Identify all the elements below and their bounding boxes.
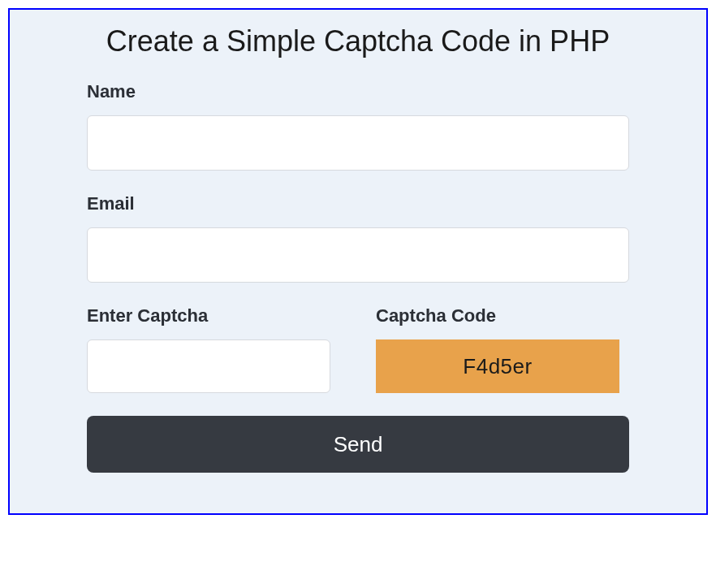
name-input[interactable] [87, 115, 629, 171]
enter-captcha-group: Enter Captcha [87, 305, 330, 393]
form-container: Create a Simple Captcha Code in PHP Name… [8, 8, 708, 515]
enter-captcha-label: Enter Captcha [87, 305, 330, 326]
captcha-code-group: Captcha Code F4d5er [376, 305, 619, 393]
captcha-row: Enter Captcha Captcha Code F4d5er [87, 305, 629, 393]
captcha-input[interactable] [87, 339, 330, 393]
email-group: Email [87, 193, 629, 283]
email-input[interactable] [87, 227, 629, 283]
page-title: Create a Simple Captcha Code in PHP [42, 24, 674, 58]
captcha-code-display: F4d5er [376, 339, 619, 393]
email-label: Email [87, 193, 629, 214]
name-group: Name [87, 81, 629, 171]
send-button[interactable]: Send [87, 416, 629, 473]
name-label: Name [87, 81, 629, 102]
form-wrapper: Name Email Enter Captcha Captcha Code F4… [42, 81, 674, 473]
captcha-code-label: Captcha Code [376, 305, 619, 326]
